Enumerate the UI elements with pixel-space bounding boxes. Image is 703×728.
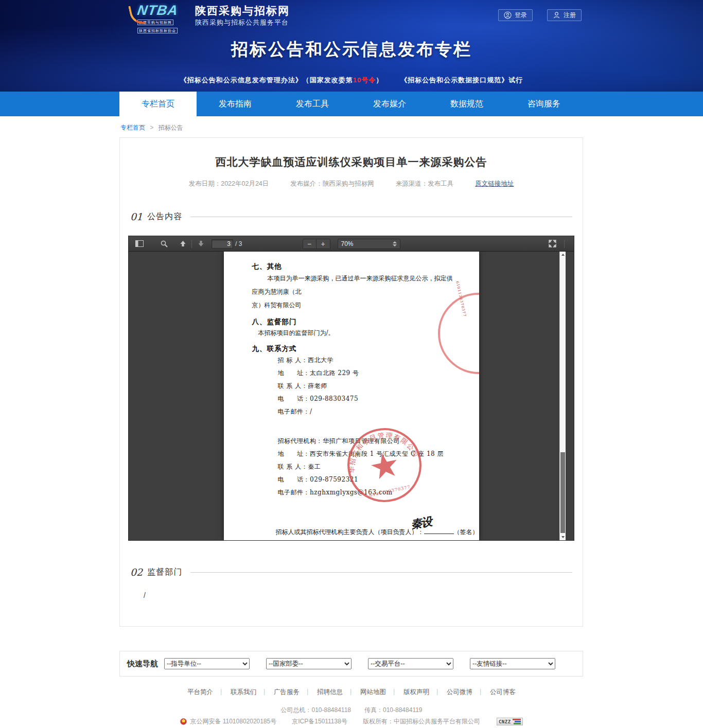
page-up-button[interactable]: [176, 238, 189, 250]
doc-agent-phone: 电 话：029-87592321: [278, 473, 459, 486]
cnzz-counter-badge[interactable]: CNZZ: [497, 718, 523, 725]
nav-tab-publish-tools[interactable]: 发布工具: [274, 92, 351, 116]
scrollbar-down-arrow[interactable]: [560, 534, 566, 540]
footer-link-blog[interactable]: 公司博客: [481, 688, 524, 697]
quick-nav: 快速导航 --指导单位-- --国家部委-- --交易平台-- --友情链接--: [119, 651, 583, 677]
footer-link-copyright[interactable]: 版权声明: [395, 688, 438, 697]
footer-legal-line: 京公网安备 11010802020185号 京ICP备15011138号 版权所…: [0, 717, 703, 726]
doc-owner-phone: 电 话：029-88303475: [278, 393, 459, 405]
fullscreen-icon: [549, 240, 556, 247]
fullscreen-button[interactable]: [546, 238, 559, 250]
footer-links: 平台简介 联系我们 广告服务 招聘信息 网站地图 版权声明 公司微博 公司博客: [0, 688, 703, 697]
site-logo[interactable]: NTBA 陕西采购与招标网 陕西省招标投标协会 陕西采购与招标网 陕西采购与招标…: [130, 4, 290, 27]
police-badge-icon: [180, 718, 187, 725]
zoom-in-button[interactable]: +: [317, 239, 330, 249]
nav-tab-data-standard[interactable]: 数据规范: [428, 92, 505, 116]
signature-line-1: 秦设: [424, 528, 454, 534]
national-ministries-select[interactable]: --国家部委--: [266, 658, 351, 669]
signature-row-1: 招标人或其招标代理机构主要负责人（项目负责人）：秦设（签名）: [276, 527, 459, 537]
signature-suffix-1: （签名）: [454, 528, 479, 536]
breadcrumb-home-link[interactable]: 专栏首页: [120, 124, 145, 131]
footer-link-contact[interactable]: 联系我们: [222, 688, 265, 697]
guide-units-select[interactable]: --指导单位--: [164, 658, 250, 669]
banner-note: 《招标公告和公示信息发布管理办法》（国家发改委第10号令）《招标公告和公示数据接…: [0, 76, 703, 85]
doc-supervision-line: 本招标项目的监督部门为/。: [252, 327, 459, 339]
sidebar-toggle-icon: [135, 240, 144, 247]
footer-phone: 公司总机：010-88484118: [280, 706, 351, 714]
section-2-title: 监督部门: [147, 567, 182, 578]
supervision-value: /: [144, 591, 583, 599]
section-2-header: 02 监督部门: [120, 566, 583, 578]
doc-agent-email: 电子邮件：hzghxmglyxgs@163.com: [278, 486, 459, 499]
doc-owner-address: 地 址：太白北路 229 号: [278, 367, 459, 380]
breadcrumb: 专栏首页 > 招标公告: [119, 116, 583, 137]
pdf-viewer: / 3 − + 70%: [128, 236, 574, 541]
section-1-number: 01: [130, 211, 143, 222]
footer-link-weibo[interactable]: 公司微博: [438, 688, 481, 697]
zoom-out-button[interactable]: −: [303, 239, 317, 249]
article-title: 西北大学缺血预适应训练仪采购项目单一来源采购公告: [120, 155, 583, 169]
breadcrumb-current: 招标公告: [159, 124, 183, 131]
pdf-canvas-area[interactable]: 七、其他 本项目为单一来源采购，已通过单一来源采购征求意见公示，拟定供应商为慧润…: [129, 252, 574, 540]
spinner-icon: [393, 241, 397, 246]
site-subtitle: 陕西采购与招标公共服务平台: [195, 19, 290, 27]
scrollbar-thumb[interactable]: [560, 452, 565, 533]
article-meta: 发布日期：2022年02月24日 发布媒介：陕西采购与招标网 来源渠道：发布工具…: [120, 180, 583, 188]
footer-link-jobs[interactable]: 招聘信息: [308, 688, 351, 697]
section-1-header: 01 公告内容: [120, 211, 583, 222]
login-user-icon: [504, 11, 512, 19]
friendly-links-select[interactable]: --友情链接--: [470, 658, 555, 669]
quick-nav-label: 快速导航: [127, 659, 158, 669]
nav-tab-consult[interactable]: 咨询服务: [505, 92, 583, 116]
register-button[interactable]: 注册: [547, 9, 582, 21]
banner-title: 招标公告和公示信息发布专栏: [0, 38, 703, 61]
footer-contact-line: 公司总机：010-88484118传真：010-88484119: [0, 706, 703, 715]
page-number-input[interactable]: [212, 239, 233, 248]
logo-brand-text: NTBA: [129, 4, 192, 17]
footer-link-about[interactable]: 平台简介: [179, 688, 222, 697]
register-user-icon: [553, 11, 560, 19]
login-label: 登录: [515, 11, 527, 20]
nav-tab-publish-guide[interactable]: 发布指南: [197, 92, 274, 116]
login-button[interactable]: 登录: [498, 9, 533, 21]
zoom-level-select[interactable]: 70%: [338, 239, 400, 249]
arrow-up-icon: [180, 240, 186, 247]
footer-fax: 传真：010-88484119: [364, 706, 423, 714]
zoom-level-value: 70%: [341, 240, 354, 247]
doc-agent-address: 地 址：西安市朱雀大街南段 1 号汇成天玺 C 座 18 层: [278, 448, 459, 460]
search-icon: [161, 240, 168, 247]
source-channel: 来源渠道：发布工具: [396, 180, 454, 188]
logo-mini-line2: 陕西省招标投标协会: [137, 28, 178, 33]
doc-owner-email: 电子邮件：/: [278, 405, 459, 418]
doc-owner-contact: 联 系 人：薛老师: [278, 380, 459, 393]
page-down-button[interactable]: [194, 238, 207, 250]
article-container: 西北大学缺血预适应训练仪采购项目单一来源采购公告 发布日期：2022年02月24…: [119, 137, 583, 627]
doc-heading-8: 八、监督部门: [252, 316, 459, 327]
doc-agent-contact: 联 系 人：秦工: [278, 460, 459, 473]
breadcrumb-separator: >: [150, 124, 153, 131]
site-header: NTBA 陕西采购与招标网 陕西省招标投标协会 陕西采购与招标网 陕西采购与招标…: [0, 0, 703, 92]
banner-note-part1: 《招标公告和公示信息发布管理办法》（国家发改委第: [180, 76, 353, 84]
footer-link-sitemap[interactable]: 网站地图: [351, 688, 395, 697]
search-button[interactable]: [157, 238, 171, 250]
handwritten-signature: 秦设: [410, 516, 432, 530]
site-footer: 平台简介 联系我们 广告服务 招聘信息 网站地图 版权声明 公司微博 公司博客 …: [0, 688, 703, 728]
signature-label-1: 招标人或其招标代理机构主要负责人（项目负责人）：: [276, 528, 424, 536]
page-total: / 3: [235, 240, 242, 247]
scrollbar-up-arrow[interactable]: [560, 252, 566, 258]
pdf-scrollbar[interactable]: [559, 252, 566, 540]
cnzz-bars-icon: [513, 719, 521, 724]
nav-tab-publish-media[interactable]: 发布媒介: [351, 92, 428, 116]
footer-link-ads[interactable]: 广告服务: [265, 688, 308, 697]
gongan-beian: 京公网安备 11010802020185号: [190, 717, 276, 726]
cnzz-label: CNZZ: [499, 719, 511, 724]
icp-beian: 京ICP备15011138号: [292, 717, 347, 726]
doc-agent-name: 招标代理机构：华招广和项目管理有限公司: [278, 435, 459, 448]
section-2-number: 02: [130, 566, 143, 578]
nav-tab-home[interactable]: 专栏首页: [119, 92, 197, 116]
site-title: 陕西采购与招标网: [195, 4, 290, 17]
sidebar-toggle-button[interactable]: [133, 238, 146, 250]
origin-link[interactable]: 原文链接地址: [475, 180, 514, 188]
copyright-owner: 版权所有：中国招标公共服务平台有限公司: [363, 717, 480, 726]
trading-platform-select[interactable]: --交易平台--: [368, 658, 453, 669]
